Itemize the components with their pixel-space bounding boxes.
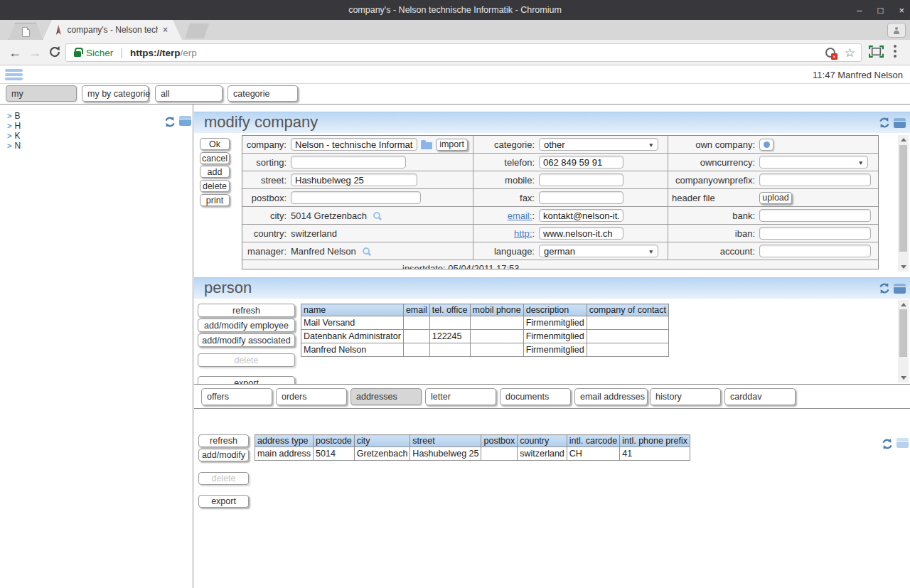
forward-button[interactable]: → bbox=[26, 43, 44, 62]
owncurrency-select[interactable] bbox=[759, 156, 868, 169]
column-header[interactable]: address type bbox=[255, 435, 314, 447]
tab-carddav[interactable]: carddav bbox=[724, 388, 796, 405]
iban-input[interactable] bbox=[759, 227, 871, 240]
person-export-button[interactable]: export bbox=[198, 376, 295, 384]
scroll-up-icon[interactable] bbox=[898, 135, 909, 144]
scrollbar-thumb[interactable] bbox=[899, 309, 907, 357]
scrollbar-thumb[interactable] bbox=[899, 145, 907, 252]
person-delete-button[interactable]: delete bbox=[198, 353, 295, 367]
reload-button[interactable] bbox=[46, 45, 64, 63]
own-company-radio[interactable] bbox=[759, 139, 774, 151]
close-button[interactable]: × bbox=[899, 5, 904, 16]
column-header[interactable]: tel. office bbox=[429, 304, 470, 316]
column-header[interactable]: street bbox=[410, 435, 481, 447]
account-input[interactable] bbox=[759, 245, 871, 257]
cancel-button[interactable]: cancel bbox=[200, 152, 230, 164]
column-header[interactable]: email bbox=[403, 304, 429, 316]
column-header[interactable]: city bbox=[354, 435, 410, 447]
column-header[interactable]: intl. carcode bbox=[567, 435, 619, 447]
filter-tab-my-by-categorie[interactable]: my by categorie bbox=[82, 85, 149, 102]
tree-item-h[interactable]: >H bbox=[7, 121, 21, 131]
active-tab[interactable]: company's - Nelson techn × bbox=[43, 20, 182, 40]
person-table-row[interactable]: Mail VersandFirmenmitglied bbox=[301, 316, 669, 330]
delete-button[interactable]: delete bbox=[200, 180, 230, 192]
print-button[interactable]: print bbox=[200, 194, 230, 206]
add-modify-associated-button[interactable]: add/modify associated bbox=[198, 333, 295, 347]
filter-tab-categorie[interactable]: categorie bbox=[228, 85, 298, 102]
browser-menu-icon[interactable] bbox=[894, 45, 896, 58]
new-tab-button[interactable] bbox=[185, 23, 209, 38]
person-refresh-icon[interactable] bbox=[878, 282, 891, 294]
search-icon[interactable] bbox=[363, 247, 370, 255]
address-add-modify-button[interactable]: add/modify bbox=[198, 449, 249, 461]
bookmark-star-icon[interactable]: ☆ bbox=[845, 47, 855, 59]
tree-item-b[interactable]: >B bbox=[7, 111, 20, 121]
filter-tab-my[interactable]: my bbox=[6, 85, 77, 102]
person-scrollbar[interactable] bbox=[898, 300, 909, 383]
add-button[interactable]: add bbox=[200, 166, 230, 178]
tab-offers[interactable]: offers bbox=[201, 388, 272, 405]
column-header[interactable]: name bbox=[301, 304, 404, 316]
search-icon[interactable] bbox=[373, 212, 380, 219]
filter-tab-all[interactable]: all bbox=[155, 85, 223, 102]
bank-input[interactable] bbox=[759, 209, 871, 222]
tree-item-n[interactable]: >N bbox=[7, 141, 21, 151]
tab-history[interactable]: history bbox=[650, 388, 721, 405]
fax-input[interactable] bbox=[539, 191, 623, 204]
companyownprefix-input[interactable] bbox=[759, 173, 871, 186]
scroll-down-icon[interactable] bbox=[898, 262, 909, 272]
company-input[interactable] bbox=[291, 138, 417, 151]
address-export-button[interactable]: export bbox=[198, 495, 249, 508]
person-window-icon[interactable] bbox=[894, 284, 906, 294]
address-table-row[interactable]: main address5014GretzenbachHashubelweg 2… bbox=[255, 447, 690, 461]
column-header[interactable]: postbox bbox=[481, 435, 518, 447]
column-header[interactable]: intl. phone prefix bbox=[620, 435, 690, 447]
email-link[interactable]: email: bbox=[508, 210, 532, 221]
modify-company-refresh-icon[interactable] bbox=[878, 117, 891, 129]
tab-email-addresses[interactable]: email addresses bbox=[574, 388, 648, 405]
email-input[interactable] bbox=[539, 209, 623, 222]
telefon-input[interactable] bbox=[539, 156, 623, 169]
http-link[interactable]: http: bbox=[514, 228, 532, 239]
folder-icon[interactable] bbox=[421, 142, 432, 149]
hamburger-menu-icon[interactable] bbox=[5, 69, 23, 80]
back-button[interactable]: ← bbox=[6, 43, 24, 62]
modify-company-scrollbar[interactable] bbox=[898, 135, 909, 272]
street-input[interactable] bbox=[291, 173, 417, 186]
sorting-input[interactable] bbox=[291, 156, 406, 169]
categorie-select[interactable]: other bbox=[539, 138, 658, 151]
scroll-down-icon[interactable] bbox=[898, 373, 909, 383]
postbox-input[interactable] bbox=[291, 191, 421, 204]
tab-close-icon[interactable]: × bbox=[163, 25, 168, 35]
screen-capture-icon[interactable] bbox=[869, 46, 884, 60]
column-header[interactable]: description bbox=[523, 304, 587, 316]
maximize-button[interactable]: □ bbox=[878, 5, 884, 16]
tree-window-icon[interactable] bbox=[179, 116, 191, 126]
column-header[interactable]: postcode bbox=[314, 435, 355, 447]
http-input[interactable] bbox=[539, 227, 623, 240]
import-button[interactable]: import bbox=[436, 139, 468, 151]
ok-button[interactable]: Ok bbox=[200, 138, 230, 150]
tab-addresses[interactable]: addresses bbox=[350, 388, 422, 405]
person-table-row[interactable]: Datenbank Administrator122245Firmenmitgl… bbox=[301, 330, 669, 343]
tree-item-k[interactable]: >K bbox=[7, 131, 20, 141]
modify-company-window-icon[interactable] bbox=[894, 118, 906, 128]
language-select[interactable]: german bbox=[539, 245, 658, 257]
scroll-up-icon[interactable] bbox=[898, 300, 909, 309]
address-refresh-icon[interactable] bbox=[881, 438, 894, 450]
minimize-button[interactable]: – bbox=[857, 5, 862, 16]
address-delete-button[interactable]: delete bbox=[198, 472, 249, 485]
add-modify-employee-button[interactable]: add/modify employee bbox=[198, 319, 295, 332]
upload-button[interactable]: upload bbox=[759, 192, 792, 204]
address-window-icon[interactable] bbox=[896, 438, 909, 448]
person-refresh-button[interactable]: refresh bbox=[198, 304, 295, 317]
column-header[interactable]: company of contact bbox=[587, 304, 668, 316]
url-bar[interactable]: Sicher | https://terp /erp ☆ bbox=[65, 43, 862, 62]
column-header[interactable]: country bbox=[518, 435, 567, 447]
tab-orders[interactable]: orders bbox=[276, 388, 347, 405]
mobile-input[interactable] bbox=[539, 173, 623, 186]
tab-documents[interactable]: documents bbox=[500, 388, 571, 405]
tree-refresh-icon[interactable] bbox=[164, 116, 176, 128]
person-table-row[interactable]: Manfred NelsonFirmenmitglied bbox=[301, 343, 669, 357]
profile-avatar-button[interactable] bbox=[887, 23, 906, 38]
